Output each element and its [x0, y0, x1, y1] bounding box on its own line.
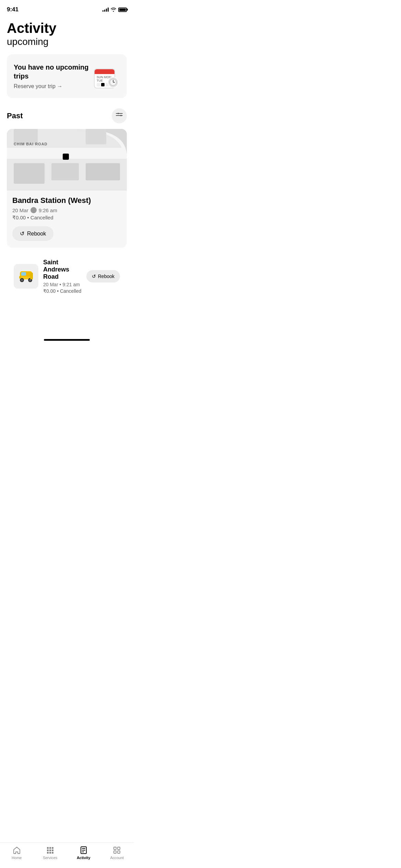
- rebook-button-saint-andrews[interactable]: ↺ Rebook: [86, 270, 120, 282]
- battery-icon: [118, 8, 127, 12]
- trip-date: 20 Mar: [12, 207, 28, 213]
- page-subtitle: upcoming: [7, 36, 127, 47]
- svg-rect-4: [86, 163, 120, 180]
- trip-list-name: Saint Andrews Road: [43, 259, 82, 280]
- status-time: 9:41: [7, 6, 19, 13]
- trip-dot: [31, 207, 37, 213]
- svg-rect-11: [21, 272, 26, 276]
- rebook-label: Rebook: [27, 231, 46, 237]
- rebook-icon: ↺: [20, 230, 24, 237]
- status-icons: [102, 8, 127, 12]
- signal-icon: [102, 8, 109, 12]
- trip-status: ₹0.00 • Cancelled: [12, 215, 121, 221]
- map-thumbnail: CHIM BAI ROAD: [7, 129, 127, 191]
- calendar-icon-container: SUN MON TUE: [93, 62, 120, 90]
- svg-text:CHIM BAI ROAD: CHIM BAI ROAD: [14, 142, 48, 146]
- trip-list-item-saint-andrews: Saint Andrews Road 20 Mar • 9:21 am ₹0.0…: [7, 253, 127, 299]
- rebook-small-label: Rebook: [98, 274, 114, 279]
- trip-meta: 20 Mar 9:26 am: [12, 207, 121, 213]
- auto-thumbnail: [14, 264, 38, 289]
- page-title: Activity: [7, 21, 127, 36]
- trip-list-meta: 20 Mar • 9:21 am: [43, 282, 82, 287]
- status-bar: 9:41: [0, 0, 134, 17]
- past-section-title: Past: [7, 111, 23, 120]
- svg-rect-2: [14, 163, 45, 184]
- filter-icon: [116, 113, 123, 119]
- svg-point-13: [21, 279, 23, 281]
- home-indicator: [44, 339, 90, 341]
- rebook-button-bandra[interactable]: ↺ Rebook: [12, 226, 53, 241]
- trip-name: Bandra Station (West): [12, 196, 121, 205]
- main-content: Activity upcoming You have no upcoming t…: [0, 21, 134, 336]
- svg-rect-17: [19, 276, 21, 279]
- trip-list-info: Saint Andrews Road 20 Mar • 9:21 am ₹0.0…: [43, 259, 82, 294]
- rebook-small-icon: ↺: [92, 274, 96, 279]
- svg-rect-16: [30, 273, 33, 279]
- trip-details-bandra: Bandra Station (West) 20 Mar 9:26 am ₹0.…: [7, 191, 127, 248]
- wifi-icon: [111, 8, 116, 12]
- trip-card-bandra: CHIM BAI ROAD Bandra Station (West) 20 M…: [7, 129, 127, 248]
- filter-button[interactable]: [112, 108, 127, 123]
- trip-list-status: ₹0.00 • Cancelled: [43, 288, 82, 294]
- svg-rect-6: [86, 129, 106, 144]
- no-trips-title: You have no upcoming trips: [14, 63, 93, 81]
- svg-point-15: [29, 279, 31, 281]
- svg-rect-3: [51, 163, 79, 180]
- past-section-header: Past: [7, 108, 127, 123]
- upcoming-card: You have no upcoming trips Reserve your …: [7, 54, 127, 98]
- svg-rect-8: [63, 154, 69, 160]
- reserve-trip-link[interactable]: Reserve your trip →: [14, 83, 93, 89]
- trip-time: 9:26 am: [39, 207, 57, 213]
